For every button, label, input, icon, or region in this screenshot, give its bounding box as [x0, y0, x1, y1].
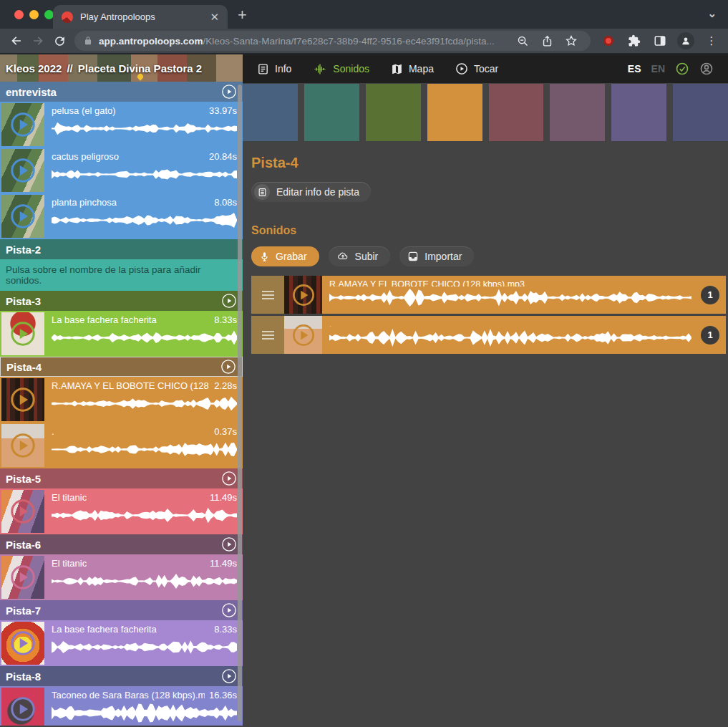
play-ring-icon[interactable]	[9, 157, 37, 184]
play-ring-icon[interactable]	[9, 386, 37, 413]
profile-avatar-icon[interactable]	[675, 31, 697, 51]
lang-en[interactable]: EN	[651, 63, 665, 74]
drag-handle-icon[interactable]	[251, 276, 284, 314]
track-play-icon[interactable]	[221, 293, 237, 309]
import-button[interactable]: Importar	[399, 246, 474, 266]
track-header-pista-7[interactable]: Pista-7	[0, 600, 243, 620]
track-swatch-8[interactable]	[673, 84, 728, 141]
sound-thumbnail[interactable]	[284, 316, 322, 354]
sound-thumbnail[interactable]	[1, 688, 44, 726]
nav-item-sonidos[interactable]: Sonidos	[313, 63, 369, 75]
address-bar[interactable]: app.antropoloops.com/Kleos-Santa-Marina/…	[74, 31, 591, 51]
track-header-pista-3[interactable]: Pista-3	[0, 291, 243, 311]
account-icon[interactable]	[699, 62, 714, 76]
track-swatch-7[interactable]	[611, 84, 666, 141]
sound-row[interactable]: Taconeo de Sara Baras (128 kbps).mp3 16.…	[0, 686, 243, 726]
track-play-icon[interactable]	[221, 471, 237, 486]
editor-sound-row[interactable]: R.AMAYA Y EL BOBOTE CHICO (128 kbps).mp3…	[251, 276, 726, 314]
track-swatch-2[interactable]	[304, 84, 359, 141]
sound-thumbnail[interactable]	[1, 424, 44, 467]
track-play-icon[interactable]	[220, 359, 236, 375]
lang-es[interactable]: ES	[628, 63, 641, 74]
track-header-pista-8[interactable]: Pista-8	[0, 666, 243, 686]
track-header-entrevista[interactable]: entrevista	[0, 82, 243, 102]
sound-waveform	[52, 703, 237, 723]
sound-thumbnail[interactable]	[1, 378, 44, 421]
check-circle-icon[interactable]	[675, 62, 689, 76]
browser-menu-kebab-icon[interactable]: ⋮	[701, 31, 722, 51]
side-panel-icon[interactable]	[649, 31, 671, 51]
project-breadcrumb[interactable]: Kleos 2022 // Placeta Divina Pastora 2	[0, 54, 243, 82]
new-tab-button[interactable]: +	[238, 6, 247, 24]
track-header-pista-2[interactable]: Pista-2	[0, 239, 243, 259]
play-ring-icon[interactable]	[9, 564, 37, 591]
track-play-icon[interactable]	[221, 668, 237, 684]
sound-row[interactable]: R.AMAYA Y EL BOBOTE CHICO (128 kbps)....…	[0, 377, 243, 423]
track-body-pista-7: La base fachera facherita 8.33s	[0, 620, 243, 666]
track-play-icon[interactable]	[221, 602, 237, 618]
sound-row[interactable]: La base fachera facherita 8.33s	[0, 311, 243, 357]
play-ring-icon[interactable]	[9, 111, 37, 138]
tab-close-icon[interactable]: ✕	[210, 11, 219, 22]
record-button[interactable]: Grabar	[251, 246, 319, 266]
track-body-pista-4: R.AMAYA Y EL BOBOTE CHICO (128 kbps)....…	[0, 377, 243, 468]
track-swatch-3[interactable]	[366, 84, 421, 141]
track-swatch-6[interactable]	[550, 84, 605, 141]
play-ring-icon[interactable]	[9, 630, 37, 657]
sound-info: Taconeo de Sara Baras (128 kbps).mp3 16.…	[52, 688, 243, 726]
minimize-window-button[interactable]	[29, 10, 39, 19]
tab-search-chevron-icon[interactable]: ⌄	[707, 7, 717, 20]
sound-row[interactable]: . 0.37s	[0, 423, 243, 468]
sound-thumbnail[interactable]	[1, 312, 44, 355]
extensions-puzzle-icon[interactable]	[623, 31, 645, 51]
bookmark-star-icon[interactable]	[560, 31, 582, 51]
track-name: Pista-3	[6, 295, 41, 307]
track-swatch-4-active[interactable]	[427, 84, 482, 141]
track-header-pista-4[interactable]: Pista-4	[0, 357, 243, 377]
sound-row[interactable]: El titanic 11.49s	[0, 554, 243, 600]
play-ring-icon[interactable]	[9, 320, 37, 347]
play-ring-icon[interactable]	[291, 283, 316, 307]
sound-row[interactable]: planta pinchosa 8.08s	[0, 193, 243, 239]
close-window-button[interactable]	[14, 10, 24, 19]
sound-row[interactable]: La base fachera facherita 8.33s	[0, 620, 243, 666]
play-ring-icon[interactable]	[9, 498, 37, 525]
play-ring-icon[interactable]	[9, 695, 37, 723]
forward-button[interactable]	[27, 31, 49, 51]
drag-handle-icon[interactable]	[251, 316, 284, 354]
sound-thumbnail[interactable]	[1, 490, 44, 533]
play-ring-icon[interactable]	[291, 323, 316, 347]
sound-row[interactable]: El titanic 11.49s	[0, 488, 243, 534]
zoom-indicator-icon[interactable]	[512, 31, 533, 51]
nav-item-tocar[interactable]: Tocar	[455, 62, 498, 75]
sidebar-scrollbar[interactable]	[238, 85, 242, 721]
nav-item-mapa[interactable]: Mapa	[391, 63, 434, 75]
sound-row[interactable]: pelusa (el gato) 33.97s	[0, 102, 243, 148]
track-swatch-5[interactable]	[489, 84, 544, 141]
sound-thumbnail[interactable]	[284, 276, 322, 314]
back-button[interactable]	[6, 31, 27, 51]
track-header-pista-6[interactable]: Pista-6	[0, 534, 243, 554]
upload-button[interactable]: Subir	[329, 246, 391, 266]
recording-extension-icon[interactable]	[598, 31, 619, 51]
edit-track-info-button[interactable]: Editar info de pista	[251, 182, 371, 202]
sounds-heading: Sonidos	[251, 224, 728, 237]
browser-tab[interactable]: Play Antropoloops ✕	[53, 5, 228, 29]
editor-sound-row[interactable]: . 1	[251, 316, 726, 354]
breadcrumb-project: Kleos 2022	[6, 62, 62, 74]
track-play-icon[interactable]	[221, 84, 237, 100]
nav-item-info[interactable]: Info	[257, 63, 291, 75]
play-ring-icon[interactable]	[9, 203, 37, 230]
track-play-icon[interactable]	[221, 536, 237, 552]
sound-thumbnail[interactable]	[1, 195, 44, 238]
sound-row[interactable]: cactus peligroso 20.84s	[0, 148, 243, 193]
sound-thumbnail[interactable]	[1, 149, 44, 192]
sound-thumbnail[interactable]	[1, 556, 44, 599]
sound-thumbnail[interactable]	[1, 622, 44, 665]
track-swatch-1[interactable]	[243, 84, 298, 141]
share-icon[interactable]	[536, 31, 558, 51]
reload-button[interactable]	[49, 31, 70, 51]
play-ring-icon[interactable]	[9, 432, 37, 459]
sound-thumbnail[interactable]	[1, 103, 44, 146]
track-header-pista-5[interactable]: Pista-5	[0, 468, 243, 488]
